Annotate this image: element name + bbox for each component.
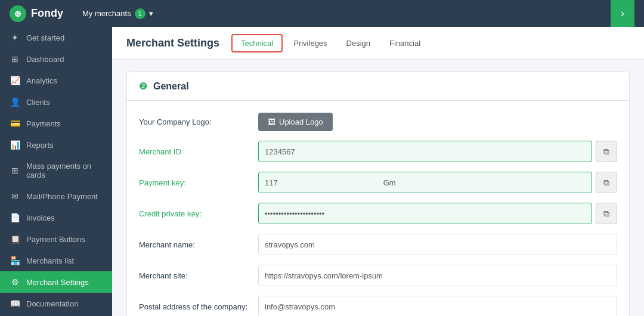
general-section-title: General <box>153 81 189 92</box>
sidebar-item-clients[interactable]: 👤 Clients <box>0 91 112 113</box>
merchant-name-field <box>258 234 617 255</box>
sidebar-label-clients: Clients <box>26 98 50 107</box>
upload-logo-label: Upload Logo <box>279 117 323 126</box>
postal-label: Postal address of the company: <box>139 302 258 311</box>
documentation-icon: 📖 <box>10 299 20 308</box>
credit-key-copy-button[interactable]: ⧉ <box>596 203 617 224</box>
copy-icon-3: ⧉ <box>603 209 609 219</box>
tab-privileges[interactable]: Privileges <box>285 35 335 51</box>
payment-key-row: Payment key: ⧉ <box>139 172 617 193</box>
clients-icon: 👤 <box>10 97 20 107</box>
payment-key-field: ⧉ <box>258 172 617 193</box>
topbar-right-action[interactable]: › <box>611 0 634 27</box>
postal-row: Postal address of the company: <box>139 296 617 316</box>
merchant-settings-icon: ⚙ <box>10 277 20 287</box>
settings-content: ❷ General Your Company Logo: 🖼 Upload Lo… <box>112 60 644 316</box>
sidebar-item-merchant-settings[interactable]: ⚙ Merchant Settings <box>0 271 112 293</box>
postal-input[interactable] <box>258 296 617 316</box>
sidebar: ✦ Get started ⊞ Dashboard 📈 Analytics 👤 … <box>0 27 112 316</box>
mail-phone-icon: ✉ <box>10 191 20 201</box>
merchant-id-copy-button[interactable]: ⧉ <box>596 141 617 162</box>
get-started-icon: ✦ <box>10 33 20 42</box>
tab-design[interactable]: Design <box>338 35 379 51</box>
reports-icon: 📊 <box>10 140 20 150</box>
merchants-label: My merchants <box>82 9 131 18</box>
dropdown-icon: ▾ <box>149 9 153 18</box>
copy-icon-2: ⧉ <box>603 178 609 188</box>
sidebar-item-mass-payments[interactable]: ⊞ Mass payments on cards <box>0 156 112 185</box>
sidebar-label-reports: Reports <box>26 141 54 150</box>
merchant-name-label: Merchant name: <box>139 240 258 249</box>
merchant-site-label: Merchant site: <box>139 271 258 280</box>
merchant-site-row: Merchant site: <box>139 265 617 286</box>
merchants-badge: 1 <box>135 8 145 19</box>
sidebar-item-invoices[interactable]: 📄 Invoices <box>0 207 112 228</box>
tab-technical[interactable]: Technical <box>231 34 283 52</box>
sidebar-item-mail-phone[interactable]: ✉ Mail/Phone Payment <box>0 185 112 207</box>
merchant-site-input[interactable] <box>258 265 617 286</box>
credit-key-field: ⧉ <box>258 203 617 224</box>
upload-logo-button[interactable]: 🖼 Upload Logo <box>258 113 333 131</box>
sidebar-label-dashboard: Dashboard <box>26 55 64 64</box>
sidebar-label-invoices: Invoices <box>26 213 55 222</box>
sidebar-label-mail-phone: Mail/Phone Payment <box>26 192 98 201</box>
merchants-button[interactable]: My merchants 1 ▾ <box>82 8 153 19</box>
topbar: ⊕ Fondy My merchants 1 ▾ › <box>0 0 644 27</box>
payment-key-input[interactable] <box>258 172 592 193</box>
sidebar-item-dashboard[interactable]: ⊞ Dashboard <box>0 48 112 70</box>
logo-icon: ⊕ <box>10 5 26 22</box>
invoices-icon: 📄 <box>10 213 20 222</box>
sidebar-item-reports[interactable]: 📊 Reports <box>0 134 112 156</box>
sidebar-label-merchants-list: Merchants list <box>26 256 74 265</box>
tab-navigation: Technical Privileges Design Financial <box>231 27 429 59</box>
dashboard-icon: ⊞ <box>10 54 20 64</box>
logo-text: Fondy <box>31 7 63 20</box>
arrow-icon: › <box>621 7 624 20</box>
credit-key-label: Credit private key: <box>139 209 258 218</box>
mass-payments-icon: ⊞ <box>10 166 20 175</box>
logo: ⊕ Fondy <box>10 5 63 22</box>
sidebar-item-get-started[interactable]: ✦ Get started <box>0 27 112 48</box>
payment-key-copy-button[interactable]: ⧉ <box>596 172 617 193</box>
logo-row: Your Company Logo: 🖼 Upload Logo <box>139 113 617 131</box>
merchant-id-input[interactable] <box>258 141 592 162</box>
general-section-header[interactable]: ❷ General <box>127 72 629 101</box>
merchant-id-label: Merchant ID: <box>139 147 258 156</box>
merchant-name-row: Merchant name: <box>139 234 617 255</box>
merchant-id-field: ⧉ <box>258 141 617 162</box>
copy-icon: ⧉ <box>603 147 609 157</box>
logo-label: Your Company Logo: <box>139 117 258 126</box>
sidebar-item-payments[interactable]: 💳 Payments <box>0 113 112 134</box>
sidebar-label-documentation: Documentation <box>26 299 78 308</box>
tab-financial[interactable]: Financial <box>381 35 429 51</box>
payment-key-label: Payment key: <box>139 178 258 187</box>
sidebar-label-get-started: Get started <box>26 33 64 42</box>
sidebar-label-mass-payments: Mass payments on cards <box>26 162 103 179</box>
general-section-body: Your Company Logo: 🖼 Upload Logo Merchan… <box>127 101 629 316</box>
merchant-id-row: Merchant ID: ⧉ <box>139 141 617 162</box>
payment-buttons-icon: 🔲 <box>10 234 20 244</box>
sidebar-label-payments: Payments <box>26 119 61 128</box>
page-header: Merchant Settings Technical Privileges D… <box>112 27 644 60</box>
merchant-site-field <box>258 265 617 286</box>
payments-icon: 💳 <box>10 119 20 128</box>
general-chevron-icon: ❷ <box>139 80 147 92</box>
sidebar-item-documentation[interactable]: 📖 Documentation <box>0 293 112 314</box>
merchant-name-input[interactable] <box>258 234 617 255</box>
content-area: Merchant Settings Technical Privileges D… <box>112 27 644 316</box>
sidebar-item-merchants-list[interactable]: 🏪 Merchants list <box>0 250 112 271</box>
credit-key-input[interactable] <box>258 203 592 224</box>
general-section: ❷ General Your Company Logo: 🖼 Upload Lo… <box>126 72 630 316</box>
sidebar-item-analytics[interactable]: 📈 Analytics <box>0 70 112 91</box>
sidebar-label-merchant-settings: Merchant Settings <box>26 278 89 287</box>
sidebar-label-payment-buttons: Payment Buttons <box>26 235 85 244</box>
sidebar-item-payment-buttons[interactable]: 🔲 Payment Buttons <box>0 228 112 250</box>
postal-field <box>258 296 617 316</box>
analytics-icon: 📈 <box>10 76 20 85</box>
credit-key-row: Credit private key: ⧉ <box>139 203 617 224</box>
image-icon: 🖼 <box>268 117 275 126</box>
sidebar-label-analytics: Analytics <box>26 76 57 85</box>
page-title: Merchant Settings <box>126 37 219 49</box>
merchants-list-icon: 🏪 <box>10 256 20 265</box>
logo-field: 🖼 Upload Logo <box>258 113 617 131</box>
